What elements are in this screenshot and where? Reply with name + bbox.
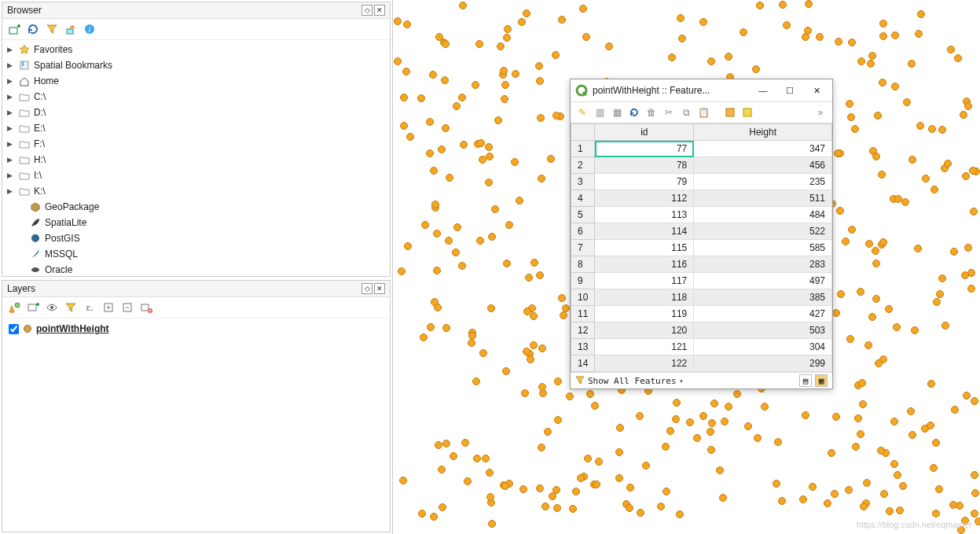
row-header[interactable]: 14 (571, 355, 595, 372)
map-point[interactable] (848, 39, 856, 46)
cell-height[interactable]: 484 (694, 207, 832, 223)
map-point[interactable] (626, 484, 634, 492)
browser-tree-item[interactable]: ▶Favorites (6, 42, 387, 57)
map-point[interactable] (928, 125, 936, 133)
map-point[interactable] (908, 60, 916, 68)
tree-expand-icon[interactable]: ▶ (7, 42, 15, 57)
map-point[interactable] (816, 33, 824, 41)
map-point[interactable] (824, 499, 831, 507)
map-point[interactable] (967, 285, 975, 293)
map-point[interactable] (662, 443, 670, 451)
cell-id[interactable]: 122 (595, 355, 694, 372)
panel-undock-icon[interactable]: ◇ (362, 5, 373, 16)
map-point[interactable] (708, 419, 716, 427)
map-point[interactable] (482, 455, 490, 462)
show-all-features-label[interactable]: Show All Features (588, 376, 677, 386)
map-point[interactable] (426, 149, 434, 157)
map-point[interactable] (538, 444, 545, 451)
delete-field-icon[interactable] (740, 105, 754, 120)
map-point[interactable] (420, 333, 428, 341)
map-point[interactable] (907, 407, 915, 415)
map-point[interactable] (404, 242, 412, 250)
column-header[interactable]: id (595, 124, 694, 141)
map-point[interactable] (554, 377, 562, 385)
map-point[interactable] (642, 462, 650, 470)
map-point[interactable] (932, 439, 940, 447)
map-point[interactable] (903, 98, 911, 106)
map-point[interactable] (908, 431, 916, 439)
cell-id[interactable]: 118 (595, 289, 694, 306)
map-point[interactable] (485, 143, 493, 151)
map-point[interactable] (636, 412, 644, 420)
cell-id[interactable]: 77 (595, 141, 694, 157)
map-point[interactable] (809, 483, 817, 491)
map-point[interactable] (584, 455, 592, 462)
add-layer-icon[interactable] (7, 22, 21, 36)
map-point[interactable] (879, 32, 887, 40)
map-point[interactable] (399, 477, 407, 484)
map-point[interactable] (716, 466, 724, 474)
map-point[interactable] (778, 497, 786, 505)
map-point[interactable] (832, 413, 840, 421)
map-point[interactable] (615, 448, 623, 456)
map-point[interactable] (860, 503, 868, 510)
column-header[interactable]: Height (694, 124, 832, 141)
tree-expand-icon[interactable]: ▶ (7, 153, 15, 167)
map-point[interactable] (846, 335, 854, 343)
map-point[interactable] (663, 488, 670, 495)
cell-id[interactable]: 119 (595, 306, 694, 322)
map-point[interactable] (834, 149, 842, 157)
map-point[interactable] (971, 489, 979, 497)
map-point[interactable] (446, 174, 453, 182)
map-point[interactable] (721, 418, 729, 425)
map-point[interactable] (938, 274, 946, 282)
cell-id[interactable]: 113 (595, 207, 694, 223)
row-header[interactable]: 12 (571, 322, 595, 339)
browser-tree-item[interactable]: ▶F:\ (6, 136, 387, 152)
map-point[interactable] (941, 322, 949, 330)
add-group-icon[interactable] (26, 300, 40, 315)
map-point[interactable] (666, 427, 674, 435)
map-point[interactable] (879, 79, 886, 87)
map-point[interactable] (971, 510, 978, 517)
map-point[interactable] (894, 471, 901, 479)
cell-height[interactable]: 304 (694, 339, 832, 355)
map-point[interactable] (459, 2, 467, 9)
panel-close-icon[interactable]: ✕ (374, 5, 385, 16)
reload-icon[interactable] (627, 105, 641, 120)
maximize-button[interactable]: ☐ (779, 83, 801, 98)
row-header[interactable]: 13 (571, 339, 595, 355)
map-point[interactable] (485, 179, 493, 186)
map-point[interactable] (527, 355, 534, 363)
paste-icon[interactable]: 📋 (696, 105, 710, 120)
map-point[interactable] (433, 230, 441, 238)
map-point[interactable] (442, 440, 450, 447)
map-point[interactable] (511, 158, 519, 166)
cell-id[interactable]: 121 (595, 339, 694, 355)
browser-tree-item[interactable]: ▶D:\ (6, 105, 387, 120)
map-point[interactable] (922, 175, 930, 182)
map-point[interactable] (400, 94, 408, 101)
map-point[interactable] (752, 65, 760, 73)
map-point[interactable] (521, 389, 529, 397)
map-point[interactable] (486, 153, 494, 160)
map-point[interactable] (707, 428, 714, 436)
map-point[interactable] (486, 469, 494, 477)
cell-height[interactable]: 347 (694, 141, 832, 157)
map-point[interactable] (917, 10, 925, 18)
map-point[interactable] (472, 81, 479, 89)
map-point[interactable] (558, 16, 566, 24)
map-point[interactable] (962, 172, 970, 180)
map-point[interactable] (429, 71, 437, 79)
map-point[interactable] (488, 520, 496, 528)
cell-height[interactable]: 299 (694, 355, 832, 372)
browser-tree[interactable]: ▶Favorites▶Spatial Bookmarks▶Home▶C:\▶D:… (2, 40, 390, 276)
map-point[interactable] (433, 267, 441, 274)
map-point[interactable] (535, 62, 543, 70)
browser-tree-item[interactable]: ▶E:\ (6, 120, 387, 136)
map-point[interactable] (487, 304, 495, 312)
map-point[interactable] (710, 400, 718, 407)
map-point[interactable] (725, 403, 732, 411)
map-point[interactable] (890, 460, 898, 468)
map-point[interactable] (802, 411, 809, 419)
